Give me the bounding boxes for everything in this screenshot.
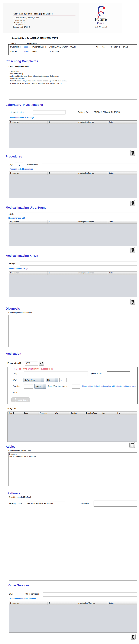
special-notes-label: Special Notes : [90,372,104,374]
referral-instruction-label: Select the needed Refferal [9,496,31,498]
column-header-department[interactable]: Department [10,172,48,175]
column-header-id[interactable]: ID [48,172,77,175]
recommended-other-services-link[interactable]: Recommended Other Services [10,598,36,600]
prescription-id-input[interactable] [25,361,38,366]
column-header-note[interactable]: Note [101,412,116,415]
complaints-textarea[interactable]: Patient Seen Here for follow Up Abdomina… [9,70,137,100]
trash-icon [131,201,134,205]
chevron-down-icon: ▼ [55,378,58,382]
special-notes-input[interactable] [107,372,130,376]
recommended-uss-link[interactable]: Recommended USS [8,217,26,219]
xray-label: X-Rays : [9,262,16,264]
clear-lab-list-button[interactable] [130,150,135,156]
trash-icon [131,248,134,252]
column-header-id[interactable]: ID [48,220,77,224]
company-number: Company No.8417652-2 [13,26,77,28]
per-meal-input[interactable] [72,384,80,389]
column-header-drug[interactable]: Drug [23,412,39,415]
section-title-diagnosis: Diagnosis [6,307,20,310]
section-title-xray: Medical Imaging X-Ray [6,254,38,258]
meal-timing-select[interactable]: Before Meal▼ [23,378,44,382]
consultant-input[interactable] [94,500,137,506]
other-services-input[interactable] [43,592,137,596]
chevron-down-icon: ▼ [43,384,46,388]
table-header-row: Department ID Investigation/Service Stat… [10,172,137,175]
drug-entry-panel: Please select the Drug from Drug suggess… [7,367,138,404]
company-info-block: Future Care by Future Holdings (Pty) Lim… [13,13,77,28]
column-header-way[interactable]: Way [54,412,70,415]
column-header-duration-type[interactable]: Duration Type [85,412,101,415]
section-title-laboratory: Laboratory Investigations [6,103,43,106]
section-title-medication: Medication [6,352,21,356]
column-header-id[interactable]: ID [48,120,77,124]
consultation-form-page: Future Care by Future Holdings (Pty) Lim… [0,0,139,644]
column-header-status[interactable]: Status [108,272,137,275]
column-header-department[interactable]: Department [10,220,48,224]
diagnosis-label: Enter Diagnosis Details Here [8,312,32,314]
column-header-status[interactable]: Status [108,602,137,605]
logo-word-care: Care♥ [97,22,104,25]
column-header-status[interactable]: Status [108,172,137,175]
plus-circle-icon: + [14,398,17,402]
patient-info-box: Patient ID : 6523 Patient Name : JANINE … [8,44,137,55]
consult-date-label: Date : [11,42,27,44]
company-address: Le Chainter,Victoria,Mahe,Seychelles [13,17,77,19]
total-label: Total : [13,392,20,394]
lab-investigation-input[interactable] [33,110,66,114]
patient-name-label: Patient Name : [32,46,46,48]
procedures-qty-input[interactable] [15,162,23,167]
column-header-status[interactable]: Status [108,220,137,224]
other-services-label: Other Services : [26,593,39,595]
column-header-department[interactable]: Department [10,602,48,605]
clear-other-services-button[interactable] [131,634,136,640]
column-header-drug-id[interactable]: Drug ID [8,412,23,415]
clear-uss-list-button[interactable] [130,247,135,253]
company-name: Future Care by Future Holdings (Pty) Lim… [13,13,77,15]
procedures-input[interactable] [42,163,137,167]
chevron-down-icon: ▼ [41,378,44,382]
add-drug-button[interactable]: + Add Drug [11,398,30,402]
column-header-frequency[interactable]: Fequency [39,412,54,415]
column-header-investigation[interactable]: Investigation/Service [77,172,108,175]
duration-input[interactable] [24,384,33,389]
advice-textarea[interactable]: Reassure See in 2 weeks for follow up on… [8,452,137,486]
duration-unit-select[interactable]: Day/s▼ [34,384,46,389]
other-qty-input[interactable] [15,592,23,597]
column-header-investigation[interactable]: Investigation/Service [77,220,108,224]
frequency-select[interactable]: OD▼ [46,378,58,382]
column-header-investigation[interactable]: Investigation/Service [77,272,108,275]
xray-input[interactable] [20,261,137,266]
column-header-investigation[interactable]: Investigation / Service [77,602,108,605]
column-header-qty[interactable]: Qty [116,412,137,415]
recommended-lab-testings-link[interactable]: Recommended Lab Testings [10,116,34,119]
trash-icon [131,151,134,155]
logo-word-future: Future [95,17,107,22]
other-qty-label: Qty : [9,593,13,595]
clear-xray-list-button[interactable] [130,299,135,305]
frequency-qty-input[interactable] [60,378,67,382]
diagnosis-textarea[interactable] [8,315,137,347]
refresh-prescription-id-button[interactable] [39,361,44,366]
column-header-duration[interactable]: Duration [70,412,85,415]
recommended-xrays-link[interactable]: Recommended X-Rays [9,268,28,270]
xray-table: Department ID Investigation/Service Stat… [9,271,137,297]
procedures-table: Department ID Investigation/Service Stat… [9,172,137,198]
column-header-id[interactable]: ID [48,272,77,275]
drug-suggestion-note: Please select the Drug from Drug suggess… [13,368,53,370]
column-header-department[interactable]: Department [10,272,48,275]
uss-input[interactable] [18,212,137,216]
column-header-investigation[interactable]: Investigation/Service [77,120,108,124]
section-title-advice: Advice [6,445,16,448]
drug-input[interactable] [24,371,88,376]
delete-drug-button[interactable] [130,442,135,448]
column-header-status[interactable]: Status [108,120,137,124]
recommended-procedures-link[interactable]: Recommended Procedures [10,168,33,170]
referring-doctor-input[interactable] [26,501,66,506]
table-header-row: Department ID Investigation / Service St… [10,602,137,605]
clear-procedures-list-button[interactable] [130,200,135,206]
column-header-id[interactable]: ID [48,602,77,605]
column-header-department[interactable]: Department [10,120,48,124]
referral-list-box [9,508,137,581]
visit-date-label: Date : [32,50,44,52]
logo-tagline: Body Mind Soul [95,26,107,28]
